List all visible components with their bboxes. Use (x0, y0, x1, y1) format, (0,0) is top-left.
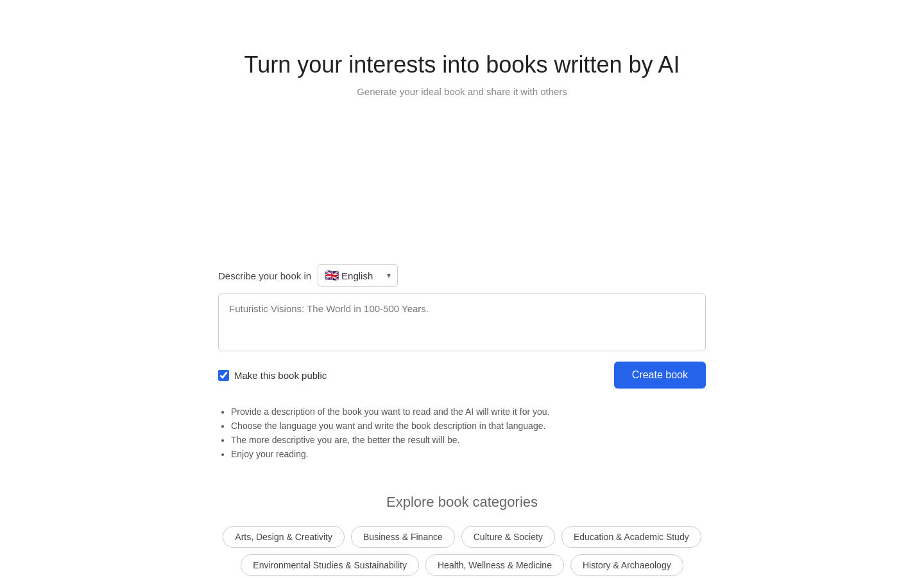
tip-item: Provide a description of the book you wa… (231, 407, 706, 417)
category-tag[interactable]: Education & Academic Study (561, 526, 701, 548)
categories-grid: Arts, Design & CreativityBusiness & Fina… (218, 526, 706, 576)
flag-icon: 🇬🇧 (325, 268, 339, 283)
hero-title: Turn your interests into books written b… (244, 51, 680, 78)
checkbox-row: Make this book public (218, 370, 327, 381)
category-tag[interactable]: Health, Wellness & Medicine (425, 554, 564, 576)
hero-subtitle: Generate your ideal book and share it wi… (357, 86, 567, 97)
tip-item: Enjoy your reading. (231, 449, 706, 459)
language-select-wrapper[interactable]: 🇬🇧 English French Spanish German (318, 264, 398, 287)
tips-list: Provide a description of the book you wa… (218, 407, 706, 463)
create-book-button[interactable]: Create book (614, 362, 706, 389)
page-wrapper: Turn your interests into books written b… (0, 0, 924, 576)
category-tag[interactable]: Business & Finance (351, 526, 455, 548)
category-tag[interactable]: History & Archaeology (570, 554, 683, 576)
category-tag[interactable]: Culture & Society (461, 526, 555, 548)
language-row: Describe your book in 🇬🇧 English French … (218, 264, 706, 287)
language-select[interactable]: English French Spanish German (339, 270, 377, 281)
categories-title: Explore book categories (386, 494, 538, 511)
category-tag[interactable]: Environmental Studies & Sustainability (241, 554, 419, 576)
public-checkbox[interactable] (218, 370, 229, 381)
book-description-textarea[interactable] (218, 293, 706, 351)
tip-item: Choose the language you want and write t… (231, 421, 706, 431)
category-tag[interactable]: Arts, Design & Creativity (223, 526, 345, 548)
form-section: Describe your book in 🇬🇧 English French … (218, 264, 706, 576)
categories-section: Explore book categories Arts, Design & C… (218, 494, 706, 576)
actions-row: Make this book public Create book (218, 362, 706, 389)
language-label: Describe your book in (218, 270, 311, 281)
tip-item: The more descriptive you are, the better… (231, 435, 706, 445)
checkbox-label: Make this book public (234, 370, 327, 381)
